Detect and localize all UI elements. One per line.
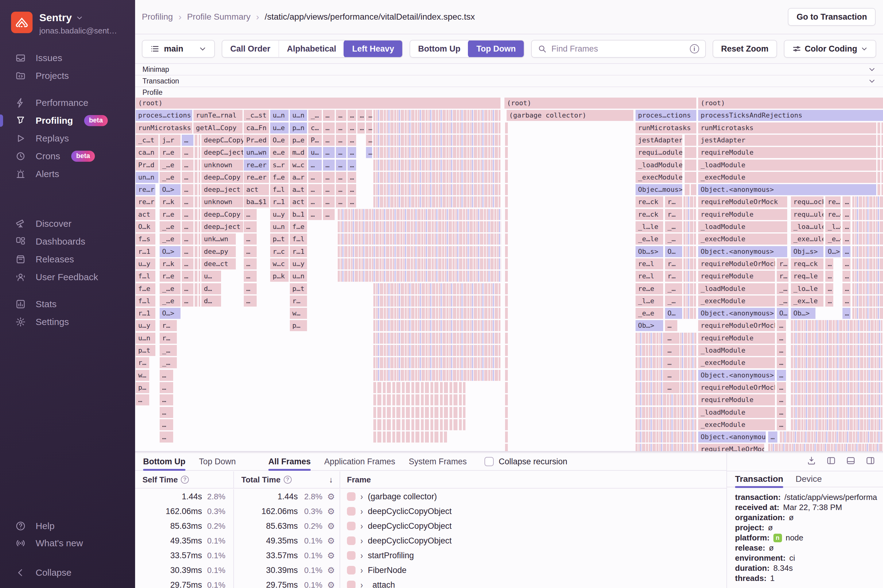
- flame-frame-cluster[interactable]: [505, 234, 509, 244]
- flame-frame[interactable]: r…c: [270, 246, 288, 257]
- self-time-help-icon[interactable]: ?: [181, 476, 189, 484]
- flame-frame[interactable]: req…le: [791, 271, 823, 282]
- flame-frame[interactable]: O…k: [136, 221, 155, 232]
- flame-frame[interactable]: deepC…Copy: [201, 135, 243, 146]
- flame-frame[interactable]: …: [244, 258, 257, 270]
- flame-frame-cluster[interactable]: [791, 333, 882, 344]
- flame-frame[interactable]: u…n: [270, 221, 288, 232]
- flame-frame[interactable]: d…: [201, 283, 221, 294]
- flame-frame[interactable]: p…t: [290, 283, 307, 294]
- flame-frame[interactable]: w…: [136, 370, 149, 381]
- flame-frame[interactable]: …: [665, 333, 677, 344]
- flame-frame[interactable]: …: [665, 345, 677, 356]
- flame-frame[interactable]: un…n: [136, 172, 158, 183]
- flame-frame[interactable]: p…t: [270, 234, 288, 244]
- flame-frame[interactable]: e…e: [270, 147, 288, 158]
- flame-frame[interactable]: …: [842, 296, 850, 307]
- flame-frame[interactable]: …: [336, 172, 346, 183]
- flame-frame[interactable]: _ex…le: [791, 296, 823, 307]
- flame-frame[interactable]: runMicrotasks: [136, 123, 192, 134]
- flame-frame[interactable]: …: [182, 184, 194, 195]
- flame-frame-cluster[interactable]: [338, 209, 501, 220]
- flame-frame[interactable]: _c…t: [136, 135, 158, 146]
- frame-header[interactable]: Frame: [347, 475, 371, 484]
- flame-frame[interactable]: r…e: [160, 271, 180, 282]
- flame-frame[interactable]: f…s: [136, 234, 155, 244]
- flame-frame[interactable]: Obj…s>: [791, 246, 823, 257]
- flame-frame[interactable]: …: [348, 160, 356, 171]
- flame-frame-cluster[interactable]: [338, 271, 501, 282]
- flame-frame[interactable]: …: [160, 419, 173, 430]
- flame-frame-cluster[interactable]: [852, 271, 883, 282]
- expand-chevron-icon[interactable]: ›: [360, 536, 363, 546]
- flame-frame-cluster[interactable]: [877, 147, 883, 158]
- flame-frame[interactable]: …: [323, 196, 335, 207]
- flame-frame[interactable]: requireModule: [698, 147, 876, 158]
- flame-frame[interactable]: _…: [665, 296, 682, 307]
- flame-frame[interactable]: O…e: [270, 135, 288, 146]
- flame-frame[interactable]: …: [244, 246, 257, 257]
- flame-frame-cluster[interactable]: [373, 419, 466, 430]
- flame-frame-cluster[interactable]: [505, 308, 509, 319]
- flame-frame[interactable]: …: [357, 110, 365, 121]
- sidebar-item-settings[interactable]: Settings: [0, 313, 135, 331]
- flame-frame-cluster[interactable]: [791, 394, 882, 405]
- flame-frame[interactable]: …: [777, 382, 786, 393]
- flame-frame[interactable]: O…: [777, 308, 788, 319]
- flame-frame[interactable]: unknown: [201, 196, 243, 207]
- sort-option-left-heavy[interactable]: Left Heavy: [344, 40, 403, 58]
- tab-all-frames[interactable]: All Frames: [268, 453, 311, 471]
- flame-frame[interactable]: …: [777, 345, 786, 356]
- flame-frame[interactable]: …: [182, 221, 194, 232]
- flame-frame[interactable]: r…k: [160, 258, 180, 270]
- flame-frame-cluster[interactable]: [195, 221, 200, 232]
- flame-frame-cluster[interactable]: [338, 258, 501, 270]
- flame-frame[interactable]: jestAdapter: [635, 135, 682, 146]
- flame-frame[interactable]: _…: [308, 110, 322, 121]
- flame-frame[interactable]: …: [366, 135, 372, 146]
- flame-frame[interactable]: p…k: [270, 271, 288, 282]
- details-tab-device[interactable]: Device: [796, 471, 822, 488]
- flame-frame-cluster[interactable]: [852, 308, 883, 319]
- flame-frame-cluster[interactable]: [373, 296, 500, 307]
- sidebar-item-performance[interactable]: Performance: [0, 94, 135, 112]
- flame-frame[interactable]: _loadModule: [635, 160, 682, 171]
- flame-frame[interactable]: …: [825, 296, 833, 307]
- flame-frame-cluster[interactable]: [505, 370, 509, 381]
- flame-frame-cluster[interactable]: [195, 209, 200, 220]
- flame-frame-cluster[interactable]: [683, 234, 696, 244]
- flame-frame[interactable]: r…1: [270, 196, 288, 207]
- flame-frame-cluster[interactable]: [791, 419, 882, 430]
- flame-frame[interactable]: b…1: [290, 209, 307, 220]
- flame-frame[interactable]: …: [348, 135, 356, 146]
- expand-chevron-icon[interactable]: ›: [360, 521, 363, 531]
- flame-frame-cluster[interactable]: [195, 184, 200, 195]
- flame-frame[interactable]: f…e: [270, 172, 288, 183]
- flame-frame[interactable]: re…r: [136, 196, 155, 207]
- flame-frame-cluster[interactable]: [683, 283, 696, 294]
- frame-settings-gear-icon[interactable]: ⚙: [322, 580, 339, 588]
- flame-frame-cluster[interactable]: [373, 394, 466, 405]
- flame-frame-cluster[interactable]: [195, 283, 200, 294]
- frame-settings-gear-icon[interactable]: ⚙: [322, 506, 339, 516]
- flame-frame[interactable]: …: [308, 209, 322, 220]
- flame-frame-cluster[interactable]: [683, 196, 696, 207]
- flame-frame-cluster[interactable]: [791, 382, 882, 393]
- flame-frame[interactable]: _execModule: [698, 296, 775, 307]
- flame-frame[interactable]: …: [777, 370, 786, 381]
- flame-frame[interactable]: f…e: [136, 283, 155, 294]
- flame-frame[interactable]: requireModule: [698, 333, 775, 344]
- profile-section-header[interactable]: Profile: [135, 87, 883, 98]
- flame-frame-cluster[interactable]: [505, 444, 509, 452]
- flame-frame[interactable]: Pr…d: [136, 160, 158, 171]
- flame-frame[interactable]: …: [160, 370, 173, 381]
- flame-frame[interactable]: …: [842, 308, 850, 319]
- flame-frame[interactable]: _execModule: [698, 234, 787, 244]
- flame-frame-cluster[interactable]: [505, 333, 509, 344]
- flame-frame[interactable]: O…>: [160, 246, 180, 257]
- flame-frame[interactable]: …: [366, 123, 372, 134]
- flame-frame[interactable]: …: [825, 283, 833, 294]
- flame-frame[interactable]: re…er: [244, 160, 269, 171]
- flame-frame-cluster[interactable]: [505, 283, 509, 294]
- flame-frame-cluster[interactable]: [791, 357, 882, 368]
